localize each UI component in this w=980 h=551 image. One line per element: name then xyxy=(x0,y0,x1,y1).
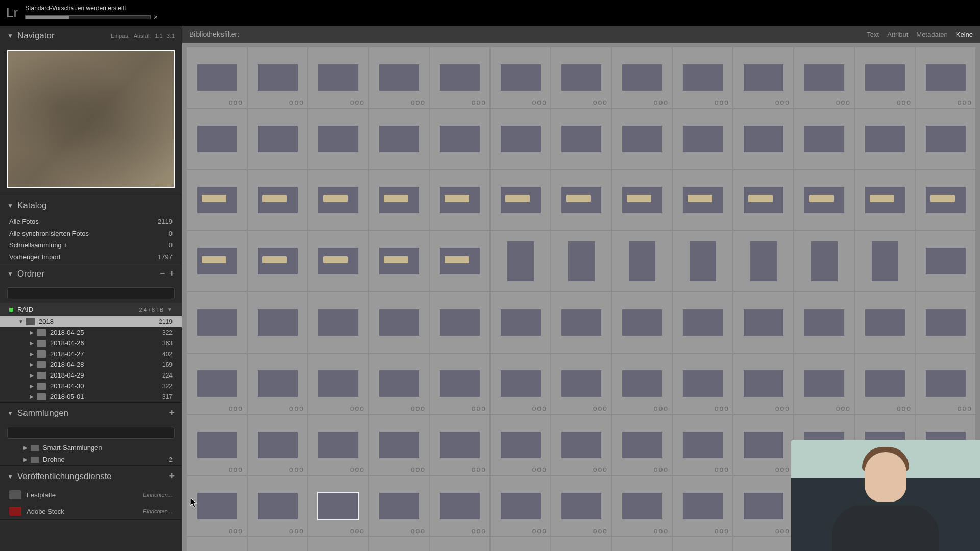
thumbnail-cell[interactable] xyxy=(491,170,550,230)
thumbnail-cell[interactable] xyxy=(916,170,975,230)
thumbnail-cell[interactable] xyxy=(673,170,732,230)
navigator-header[interactable]: ▼ Navigator Einpas. Ausfül. 1:1 3:1 xyxy=(0,26,182,46)
thumbnail-cell[interactable] xyxy=(491,537,550,551)
thumbnail-cell[interactable] xyxy=(491,231,550,291)
volume-row[interactable]: RAID 2,4 / 8 TB ▼ xyxy=(0,303,182,316)
thumbnail-cell[interactable]: ooo xyxy=(308,354,368,414)
filter-tab-text[interactable]: Text xyxy=(867,31,879,38)
thumbnail-cell[interactable]: ooo xyxy=(248,354,307,414)
thumbnail-cell[interactable]: ooo xyxy=(794,47,854,108)
thumbnail-cell[interactable]: ooo xyxy=(491,476,550,536)
thumbnail-cell[interactable]: ooo xyxy=(430,476,489,536)
disclosure-triangle-icon[interactable]: ▶ xyxy=(23,457,31,462)
disclosure-triangle-icon[interactable]: ▶ xyxy=(30,340,37,346)
thumbnail-cell[interactable] xyxy=(248,292,307,353)
thumbnail-cell[interactable] xyxy=(916,109,975,169)
publish-header[interactable]: ▼ Veröffentlichungsdienste + xyxy=(0,466,182,487)
thumbnail-cell[interactable] xyxy=(794,292,854,353)
thumbnail-cell[interactable] xyxy=(733,170,793,230)
katalog-header[interactable]: ▼ Katalog xyxy=(0,195,182,216)
folder-row[interactable]: ▶2018-04-26363 xyxy=(0,338,182,348)
sammlungen-header[interactable]: ▼ Sammlungen + xyxy=(0,403,182,423)
disclosure-triangle-icon[interactable]: ▼ xyxy=(18,319,26,324)
thumbnail-cell[interactable] xyxy=(551,292,611,353)
publish-setup-link[interactable]: Einrichten... xyxy=(143,492,173,498)
thumbnail-cell[interactable]: ooo xyxy=(855,354,915,414)
thumbnail-cell[interactable] xyxy=(369,537,429,551)
thumbnail-cell[interactable]: ooo xyxy=(916,354,975,414)
disclosure-triangle-icon[interactable]: ▶ xyxy=(30,362,37,367)
publish-service-row[interactable]: FestplatteEinrichten... xyxy=(0,487,182,503)
publish-setup-link[interactable]: Einrichten... xyxy=(143,508,173,514)
thumbnail-cell[interactable] xyxy=(794,231,854,291)
thumbnail-cell[interactable]: ooo xyxy=(248,476,307,536)
thumbnail-cell[interactable]: ooo xyxy=(187,47,247,108)
thumbnail-cell[interactable] xyxy=(308,170,368,230)
thumbnail-cell[interactable] xyxy=(248,170,307,230)
navigator-preview[interactable] xyxy=(7,50,175,188)
publish-service-row[interactable]: Adobe StockEinrichten... xyxy=(0,503,182,519)
thumbnail-cell[interactable]: ooo xyxy=(430,47,489,108)
add-collection-button[interactable]: + xyxy=(169,408,175,418)
thumbnail-cell[interactable] xyxy=(612,109,672,169)
thumbnail-cell[interactable]: ooo xyxy=(491,415,550,475)
thumbnail-cell[interactable] xyxy=(187,537,247,551)
folder-row-root[interactable]: ▼ 2018 2119 xyxy=(0,316,182,327)
disclosure-triangle-icon[interactable]: ▶ xyxy=(30,351,37,357)
progress-cancel-button[interactable]: × xyxy=(154,13,158,21)
thumbnail-cell[interactable] xyxy=(187,109,247,169)
folder-row[interactable]: ▶2018-04-27402 xyxy=(0,348,182,359)
folder-row[interactable]: ▶2018-04-30322 xyxy=(0,381,182,391)
thumbnail-cell[interactable] xyxy=(855,109,915,169)
thumbnail-cell[interactable]: ooo xyxy=(430,354,489,414)
filter-tab-none[interactable]: Keine xyxy=(956,31,973,38)
thumbnail-cell[interactable]: ooo xyxy=(673,47,732,108)
filter-tab-attribute[interactable]: Attribut xyxy=(887,31,908,38)
thumbnail-cell[interactable]: ooo xyxy=(551,415,611,475)
remove-folder-button[interactable]: − xyxy=(160,268,165,279)
ordner-header[interactable]: ▼ Ordner − + xyxy=(0,263,182,284)
thumbnail-cell[interactable] xyxy=(369,109,429,169)
thumbnail-cell[interactable] xyxy=(430,292,489,353)
thumbnail-cell[interactable]: ooo xyxy=(733,476,793,536)
nav-fill-option[interactable]: Ausfül. xyxy=(134,33,151,39)
thumbnail-cell[interactable]: ooo xyxy=(612,476,672,536)
filter-tab-metadata[interactable]: Metadaten xyxy=(916,31,947,38)
thumbnail-cell[interactable]: ooo xyxy=(369,354,429,414)
nav-3to1-option[interactable]: 3:1 xyxy=(167,33,175,39)
folder-row[interactable]: ▶2018-05-01317 xyxy=(0,391,182,402)
collection-row[interactable]: ▶Drohne2 xyxy=(0,454,182,465)
thumbnail-cell[interactable]: ooo xyxy=(733,354,793,414)
thumbnail-cell[interactable] xyxy=(248,537,307,551)
thumbnail-cell[interactable] xyxy=(308,231,368,291)
nav-fit-option[interactable]: Einpas. xyxy=(111,33,130,39)
thumbnail-cell[interactable]: ooo xyxy=(733,47,793,108)
thumbnail-cell[interactable]: ooo xyxy=(369,415,429,475)
folder-search-input[interactable] xyxy=(7,287,175,299)
thumbnail-cell[interactable]: ooo xyxy=(187,354,247,414)
thumbnail-cell[interactable]: ooo xyxy=(308,47,368,108)
thumbnail-cell[interactable] xyxy=(794,170,854,230)
thumbnail-cell[interactable] xyxy=(673,292,732,353)
thumbnail-cell[interactable] xyxy=(612,292,672,353)
disclosure-triangle-icon[interactable]: ▶ xyxy=(30,330,37,335)
add-folder-button[interactable]: + xyxy=(169,268,175,279)
thumbnail-cell[interactable]: ooo xyxy=(673,354,732,414)
disclosure-triangle-icon[interactable]: ▶ xyxy=(30,383,37,389)
thumbnail-cell[interactable]: ooo xyxy=(551,476,611,536)
thumbnail-cell[interactable] xyxy=(612,231,672,291)
disclosure-triangle-icon[interactable]: ▶ xyxy=(30,394,37,399)
katalog-item[interactable]: Vorheriger Import1797 xyxy=(0,251,182,263)
nav-1to1-option[interactable]: 1:1 xyxy=(155,33,162,39)
thumbnail-cell[interactable] xyxy=(612,170,672,230)
thumbnail-cell[interactable]: ooo xyxy=(187,476,247,536)
thumbnail-cell[interactable] xyxy=(308,292,368,353)
thumbnail-cell[interactable] xyxy=(673,537,732,551)
thumbnail-cell[interactable]: ooo xyxy=(308,476,368,536)
thumbnail-cell[interactable] xyxy=(308,537,368,551)
thumbnail-cell[interactable] xyxy=(430,537,489,551)
thumbnail-cell[interactable]: ooo xyxy=(673,415,732,475)
thumbnail-cell[interactable] xyxy=(187,292,247,353)
thumbnail-cell[interactable] xyxy=(369,170,429,230)
add-publish-button[interactable]: + xyxy=(169,471,175,482)
